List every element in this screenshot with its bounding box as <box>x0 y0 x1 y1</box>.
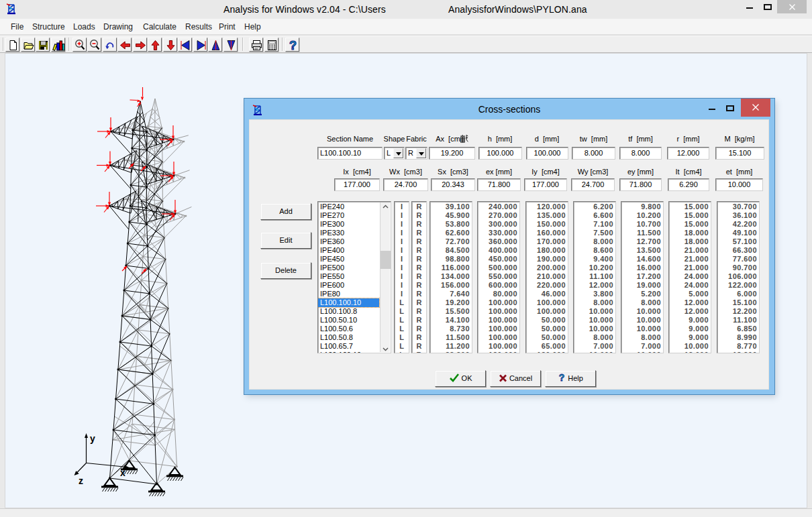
svg-text:y: y <box>90 433 95 444</box>
svg-text:x: x <box>120 467 125 478</box>
svg-text:z: z <box>79 475 83 486</box>
svg-text:?: ? <box>289 39 297 52</box>
svg-text:?: ? <box>559 373 565 382</box>
